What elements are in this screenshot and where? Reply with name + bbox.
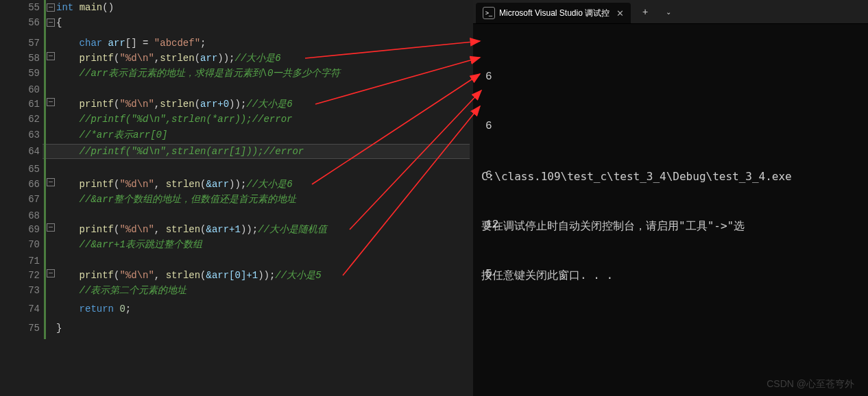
code-line: char arr[] = "abcdef";: [56, 36, 206, 51]
line-number: 69: [0, 222, 40, 237]
line-number: 57: [0, 36, 40, 51]
tab-title: Microsoft Visual Studio 调试控: [499, 8, 610, 19]
code-editor[interactable]: 5556575859606162636465666768697071727374…: [0, 0, 470, 396]
code-line: //printf("%d\n",strlen(*arr));//error: [56, 112, 292, 127]
line-number: 70: [0, 237, 40, 252]
fold-toggle-icon[interactable]: [47, 18, 55, 27]
console-titlebar: >_ Microsoft Visual Studio 调试控 ✕ + ⌄: [473, 0, 868, 24]
line-number: 67: [0, 192, 40, 207]
line-number: 73: [0, 283, 40, 298]
line-number: 59: [0, 66, 40, 81]
console-tab[interactable]: >_ Microsoft Visual Studio 调试控 ✕: [476, 3, 631, 23]
tab-menu-button[interactable]: ⌄: [657, 0, 680, 23]
line-number: 56: [0, 15, 40, 30]
line-number: 58: [0, 51, 40, 66]
line-number: 63: [0, 127, 40, 143]
line-number: 71: [0, 253, 40, 269]
code-area[interactable]: int main() { char arr[] = "abcdef"; prin…: [56, 0, 470, 396]
code-line: printf("%d\n", strlen(&arr[0]+1));//大小是5: [56, 268, 322, 283]
line-number: 72: [0, 268, 40, 283]
code-line: printf("%d\n", strlen(&arr+1));//大小是随机值: [56, 222, 327, 237]
msg-line: 要在调试停止时自动关闭控制台，请启用"工具"->"选: [481, 218, 792, 234]
line-number-gutter: 5556575859606162636465666768697071727374…: [0, 0, 43, 396]
output-line: 6: [485, 118, 511, 134]
fold-toggle-icon[interactable]: [47, 223, 55, 232]
line-number: 65: [0, 162, 40, 177]
code-line: printf("%d\n", strlen(&arr));//大小是6: [56, 177, 293, 192]
code-line: //&arr+1表示跳过整个数组: [56, 237, 202, 252]
line-number: 74: [0, 301, 40, 317]
debug-console[interactable]: >_ Microsoft Visual Studio 调试控 ✕ + ⌄ 6 6…: [473, 0, 868, 396]
line-number: 55: [0, 0, 40, 15]
code-line: printf("%d\n",strlen(arr+0));//大小是6: [56, 97, 293, 112]
code-line: int main(): [56, 0, 114, 15]
code-line: printf("%d\n",strlen(arr));//大小是6: [56, 51, 281, 66]
line-number: 61: [0, 97, 40, 112]
change-marker: [44, 0, 46, 339]
line-number: 75: [0, 321, 40, 336]
close-icon[interactable]: ✕: [616, 8, 624, 18]
fold-toggle-icon[interactable]: [47, 98, 55, 106]
msg-line: C:\class.109\test_c\test_3_4\Debug\test_…: [481, 169, 792, 185]
code-line: return 0;: [56, 301, 131, 317]
code-line: }: [56, 321, 62, 336]
line-number: 60: [0, 82, 40, 97]
line-number: 68: [0, 208, 40, 223]
code-line: //表示第二个元素的地址: [56, 283, 186, 298]
fold-toggle-icon[interactable]: [47, 178, 55, 186]
line-number: 62: [0, 112, 40, 127]
line-number: 66: [0, 177, 40, 192]
output-line: 6: [485, 69, 511, 85]
fold-toggle-icon[interactable]: [47, 3, 55, 12]
msg-line: 按任意键关闭此窗口. . .: [481, 267, 792, 284]
fold-gutter: [47, 0, 55, 396]
code-line: //printf("%d\n",strlen(arr[1]));//error: [56, 144, 304, 159]
watermark: CSDN @心至苍穹外: [767, 378, 854, 391]
new-tab-button[interactable]: +: [634, 0, 657, 23]
terminal-icon: >_: [483, 7, 495, 19]
code-line: //arr表示首元素的地址，求得是首元素到\0一共多少个字符: [56, 66, 340, 81]
fold-toggle-icon[interactable]: [47, 52, 55, 60]
fold-toggle-icon[interactable]: [47, 269, 55, 277]
code-line: {: [56, 15, 62, 30]
line-number: 64: [0, 144, 40, 159]
code-line: //*arr表示arr[0]: [56, 127, 167, 143]
code-line: //&arr整个数组的地址，但数值还是首元素的地址: [56, 192, 296, 207]
console-message: C:\class.109\test_c\test_3_4\Debug\test_…: [481, 136, 792, 317]
